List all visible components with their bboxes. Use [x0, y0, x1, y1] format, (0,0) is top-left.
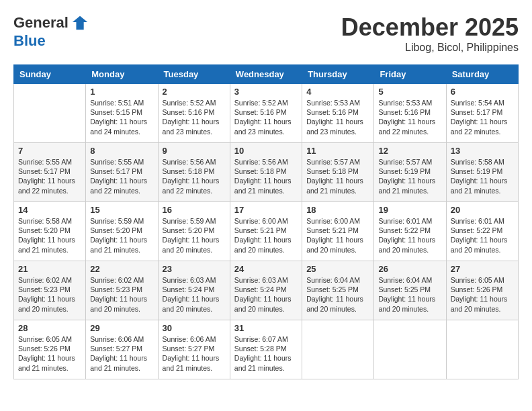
calendar-cell: 21Sunrise: 6:02 AMSunset: 5:23 PMDayligh…: [14, 261, 86, 320]
day-info: Sunrise: 6:03 AMSunset: 5:24 PMDaylight:…: [234, 275, 298, 314]
day-number: 6: [451, 87, 514, 97]
svg-marker-0: [73, 16, 87, 30]
day-info: Sunrise: 6:06 AMSunset: 5:27 PMDaylight:…: [90, 334, 153, 373]
day-info: Sunrise: 6:04 AMSunset: 5:25 PMDaylight:…: [306, 275, 369, 314]
day-info: Sunrise: 5:59 AMSunset: 5:20 PMDaylight:…: [90, 216, 153, 255]
day-number: 25: [306, 264, 369, 274]
day-info: Sunrise: 5:51 AMSunset: 5:15 PMDaylight:…: [90, 98, 153, 136]
logo: General Blue: [13, 13, 90, 50]
day-info: Sunrise: 6:00 AMSunset: 5:21 PMDaylight:…: [234, 216, 298, 255]
calendar-cell: 30Sunrise: 6:06 AMSunset: 5:27 PMDayligh…: [158, 320, 230, 379]
day-info: Sunrise: 6:02 AMSunset: 5:23 PMDaylight:…: [90, 275, 153, 314]
day-info: Sunrise: 5:55 AMSunset: 5:17 PMDaylight:…: [90, 157, 153, 195]
day-number: 21: [18, 264, 81, 274]
day-info: Sunrise: 5:52 AMSunset: 5:16 PMDaylight:…: [163, 98, 226, 136]
logo-blue-text: Blue: [13, 32, 46, 49]
calendar-cell: 11Sunrise: 5:57 AMSunset: 5:18 PMDayligh…: [302, 143, 374, 202]
day-number: 12: [378, 146, 441, 156]
calendar-week-row: 1Sunrise: 5:51 AMSunset: 5:15 PMDaylight…: [14, 84, 519, 143]
calendar-cell: 8Sunrise: 5:55 AMSunset: 5:17 PMDaylight…: [86, 143, 158, 202]
calendar-cell: 26Sunrise: 6:04 AMSunset: 5:25 PMDayligh…: [374, 261, 446, 320]
day-number: 4: [306, 87, 369, 97]
day-info: Sunrise: 5:53 AMSunset: 5:16 PMDaylight:…: [378, 98, 441, 136]
calendar-table: SundayMondayTuesdayWednesdayThursdayFrid…: [13, 64, 519, 379]
day-info: Sunrise: 5:56 AMSunset: 5:18 PMDaylight:…: [163, 157, 226, 195]
day-number: 11: [306, 146, 369, 156]
calendar-cell: 23Sunrise: 6:03 AMSunset: 5:24 PMDayligh…: [158, 261, 230, 320]
day-info: Sunrise: 5:55 AMSunset: 5:17 PMDaylight:…: [18, 157, 81, 195]
day-info: Sunrise: 5:58 AMSunset: 5:20 PMDaylight:…: [18, 216, 81, 255]
calendar-cell: 5Sunrise: 5:53 AMSunset: 5:16 PMDaylight…: [374, 84, 446, 143]
day-info: Sunrise: 5:58 AMSunset: 5:19 PMDaylight:…: [451, 157, 514, 195]
day-info: Sunrise: 6:05 AMSunset: 5:26 PMDaylight:…: [451, 275, 514, 314]
location: Libog, Bicol, Philippines: [341, 42, 519, 54]
day-number: 7: [18, 146, 81, 156]
page-header: General Blue December 2025 Libog, Bicol,…: [13, 13, 519, 54]
day-number: 22: [90, 264, 153, 274]
day-number: 3: [234, 87, 298, 97]
calendar-cell: 7Sunrise: 5:55 AMSunset: 5:17 PMDaylight…: [14, 143, 86, 202]
day-info: Sunrise: 6:04 AMSunset: 5:25 PMDaylight:…: [378, 275, 441, 314]
calendar-cell: 3Sunrise: 5:52 AMSunset: 5:16 PMDaylight…: [230, 84, 302, 143]
logo-general-text: General: [13, 14, 69, 32]
day-number: 2: [163, 87, 226, 97]
weekday-header: Monday: [86, 65, 158, 84]
calendar-cell: 19Sunrise: 6:01 AMSunset: 5:22 PMDayligh…: [374, 202, 446, 261]
calendar-cell: 15Sunrise: 5:59 AMSunset: 5:20 PMDayligh…: [86, 202, 158, 261]
day-number: 5: [378, 87, 441, 97]
calendar-cell: 2Sunrise: 5:52 AMSunset: 5:16 PMDaylight…: [158, 84, 230, 143]
calendar-cell: 4Sunrise: 5:53 AMSunset: 5:16 PMDaylight…: [302, 84, 374, 143]
calendar-cell: 1Sunrise: 5:51 AMSunset: 5:15 PMDaylight…: [86, 84, 158, 143]
weekday-header: Sunday: [14, 65, 86, 84]
day-number: 16: [163, 205, 226, 215]
day-number: 29: [90, 323, 153, 333]
calendar-cell: 10Sunrise: 5:56 AMSunset: 5:18 PMDayligh…: [230, 143, 302, 202]
weekday-header: Tuesday: [158, 65, 230, 84]
day-info: Sunrise: 5:54 AMSunset: 5:17 PMDaylight:…: [451, 98, 514, 136]
calendar-cell: 14Sunrise: 5:58 AMSunset: 5:20 PMDayligh…: [14, 202, 86, 261]
calendar-cell: 17Sunrise: 6:00 AMSunset: 5:21 PMDayligh…: [230, 202, 302, 261]
calendar-cell: 24Sunrise: 6:03 AMSunset: 5:24 PMDayligh…: [230, 261, 302, 320]
day-number: 18: [306, 205, 369, 215]
calendar-cell: 22Sunrise: 6:02 AMSunset: 5:23 PMDayligh…: [86, 261, 158, 320]
calendar-cell: 18Sunrise: 6:00 AMSunset: 5:21 PMDayligh…: [302, 202, 374, 261]
calendar-week-row: 28Sunrise: 6:05 AMSunset: 5:26 PMDayligh…: [14, 320, 519, 379]
weekday-header: Thursday: [302, 65, 374, 84]
day-number: 30: [163, 323, 226, 333]
day-number: 1: [90, 87, 153, 97]
calendar-cell: [446, 320, 518, 379]
calendar-cell: 27Sunrise: 6:05 AMSunset: 5:26 PMDayligh…: [446, 261, 518, 320]
calendar-cell: 25Sunrise: 6:04 AMSunset: 5:25 PMDayligh…: [302, 261, 374, 320]
calendar-cell: [14, 84, 86, 143]
title-block: December 2025 Libog, Bicol, Philippines: [341, 13, 519, 54]
day-info: Sunrise: 5:56 AMSunset: 5:18 PMDaylight:…: [234, 157, 298, 195]
day-info: Sunrise: 6:00 AMSunset: 5:21 PMDaylight:…: [306, 216, 369, 255]
day-info: Sunrise: 5:57 AMSunset: 5:18 PMDaylight:…: [306, 157, 369, 195]
day-number: 14: [18, 205, 81, 215]
calendar-week-row: 21Sunrise: 6:02 AMSunset: 5:23 PMDayligh…: [14, 261, 519, 320]
weekday-header: Saturday: [446, 65, 518, 84]
calendar-week-row: 7Sunrise: 5:55 AMSunset: 5:17 PMDaylight…: [14, 143, 519, 202]
calendar-header-row: SundayMondayTuesdayWednesdayThursdayFrid…: [14, 65, 519, 84]
day-number: 10: [234, 146, 298, 156]
calendar-cell: 20Sunrise: 6:01 AMSunset: 5:22 PMDayligh…: [446, 202, 518, 261]
calendar-cell: [302, 320, 374, 379]
calendar-cell: 9Sunrise: 5:56 AMSunset: 5:18 PMDaylight…: [158, 143, 230, 202]
calendar-cell: 31Sunrise: 6:07 AMSunset: 5:28 PMDayligh…: [230, 320, 302, 379]
day-number: 8: [90, 146, 153, 156]
day-number: 23: [163, 264, 226, 274]
calendar-cell: 29Sunrise: 6:06 AMSunset: 5:27 PMDayligh…: [86, 320, 158, 379]
calendar-cell: 28Sunrise: 6:05 AMSunset: 5:26 PMDayligh…: [14, 320, 86, 379]
day-number: 26: [378, 264, 441, 274]
day-number: 27: [451, 264, 514, 274]
month-title: December 2025: [341, 13, 519, 42]
day-number: 17: [234, 205, 298, 215]
weekday-header: Friday: [374, 65, 446, 84]
day-number: 19: [378, 205, 441, 215]
day-info: Sunrise: 6:01 AMSunset: 5:22 PMDaylight:…: [378, 216, 441, 255]
day-info: Sunrise: 5:52 AMSunset: 5:16 PMDaylight:…: [234, 98, 298, 136]
day-number: 9: [163, 146, 226, 156]
day-number: 13: [451, 146, 514, 156]
day-info: Sunrise: 6:06 AMSunset: 5:27 PMDaylight:…: [163, 334, 226, 373]
calendar-cell: 16Sunrise: 5:59 AMSunset: 5:20 PMDayligh…: [158, 202, 230, 261]
